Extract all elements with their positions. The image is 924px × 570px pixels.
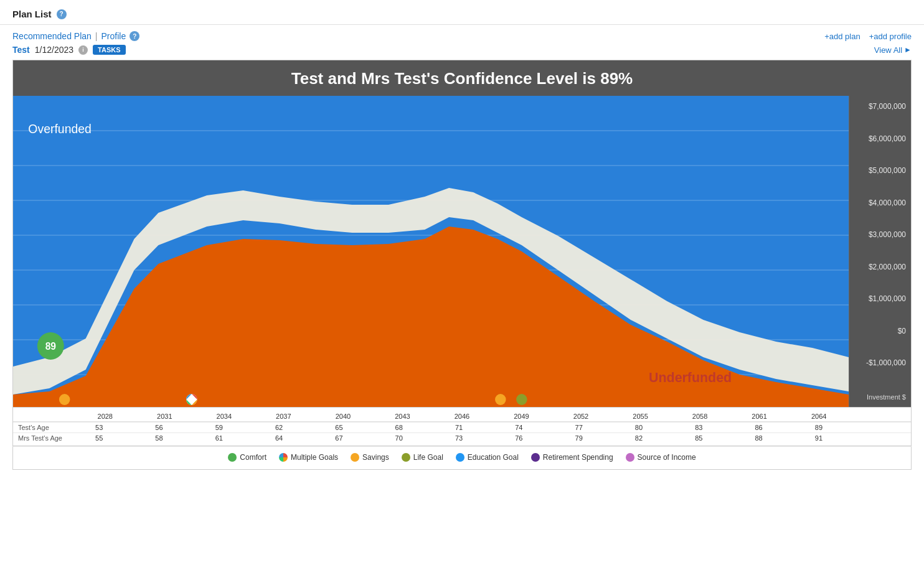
multiple-goals-label: Multiple Goals — [291, 453, 338, 462]
comfort-label: Comfort — [240, 453, 266, 462]
tests-age-71: 71 — [429, 424, 489, 431]
mrs-age-55: 55 — [69, 434, 129, 442]
plan-profile-help-icon[interactable]: ? — [130, 31, 139, 41]
mrs-tests-age-values: 55 58 61 64 67 70 73 76 79 82 85 88 91 — [69, 434, 849, 442]
chart-svg: 89 Overfunded Underfunded — [13, 96, 849, 407]
tests-age-56: 56 — [129, 424, 189, 431]
tests-age-68: 68 — [369, 424, 429, 431]
education-goal-label: Education Goal — [468, 453, 519, 462]
y-label-neg1m: -$1,000,000 — [854, 358, 906, 367]
pipe-separator: | — [95, 31, 98, 41]
year-2043: 2043 — [373, 413, 433, 420]
year-2040: 2040 — [313, 413, 373, 420]
source-of-income-label: Source of Income — [638, 453, 696, 462]
profile-link[interactable]: Profile — [101, 31, 126, 41]
y-label-0: $0 — [854, 327, 906, 335]
plan-header-right: +add plan +add profile — [824, 32, 912, 41]
x-years-row: 2028 2031 2034 2037 2040 2043 2046 2049 … — [13, 410, 911, 422]
legend-savings: Savings — [351, 453, 389, 462]
year-2031: 2031 — [135, 413, 195, 420]
recommended-plan-link[interactable]: Recommended Plan — [12, 31, 92, 41]
legend-life-goal: Life Goal — [402, 453, 443, 462]
tests-age-values: 53 56 59 62 65 68 71 74 77 80 83 86 89 — [69, 424, 849, 431]
legend-row: Comfort Multiple Goals Savings Life Goal… — [12, 446, 912, 470]
retirement-spending-dot-icon — [531, 453, 540, 462]
year-2037: 2037 — [254, 413, 314, 420]
page-title: Plan List — [12, 9, 52, 19]
chart-title: Test and Mrs Test's Confidence Level is … — [291, 69, 633, 88]
savings-dot-icon — [351, 453, 359, 462]
svg-point-17 — [495, 394, 506, 405]
y-label-7m: $7,000,000 — [854, 102, 906, 111]
year-2064: 2064 — [789, 413, 849, 420]
life-goal-label: Life Goal — [413, 453, 443, 462]
mrs-age-67: 67 — [309, 434, 369, 442]
tests-age-62: 62 — [249, 424, 309, 431]
plan-list-help-icon[interactable]: ? — [57, 9, 67, 19]
view-all-link[interactable]: View All ► — [874, 45, 912, 55]
plan-header-row: Recommended Plan | Profile ? +add plan +… — [12, 31, 912, 41]
retirement-spending-label: Retirement Spending — [543, 453, 613, 462]
plan-info-icon[interactable]: i — [78, 45, 88, 55]
page-header: Plan List ? — [0, 0, 924, 25]
mrs-age-61: 61 — [189, 434, 249, 442]
tests-age-65: 65 — [309, 424, 369, 431]
tests-age-59: 59 — [189, 424, 249, 431]
y-label-4m: $4,000,000 — [854, 199, 906, 207]
tests-age-53: 53 — [69, 424, 129, 431]
tests-age-77: 77 — [549, 424, 609, 431]
tests-age-80: 80 — [609, 424, 669, 431]
mrs-age-64: 64 — [249, 434, 309, 442]
y-label-3m: $3,000,000 — [854, 230, 906, 239]
y-label-5m: $5,000,000 — [854, 166, 906, 175]
mrs-age-70: 70 — [369, 434, 429, 442]
year-2028: 2028 — [75, 413, 135, 420]
legend-retirement-spending: Retirement Spending — [531, 453, 613, 462]
legend-education-goal: Education Goal — [456, 453, 519, 462]
y-label-6m: $6,000,000 — [854, 134, 906, 143]
year-2058: 2058 — [670, 413, 730, 420]
year-2046: 2046 — [432, 413, 492, 420]
mrs-age-79: 79 — [549, 434, 609, 442]
mrs-age-73: 73 — [429, 434, 489, 442]
source-of-income-dot-icon — [626, 453, 634, 462]
mrs-age-91: 91 — [789, 434, 849, 442]
year-2049: 2049 — [492, 413, 552, 420]
year-2061: 2061 — [730, 413, 790, 420]
mrs-age-76: 76 — [489, 434, 549, 442]
savings-label: Savings — [362, 453, 389, 462]
svg-text:Overfunded: Overfunded — [28, 122, 92, 136]
tests-age-86: 86 — [728, 424, 788, 431]
y-axis: $7,000,000 $6,000,000 $5,000,000 $4,000,… — [849, 96, 911, 407]
mrs-tests-age-row: Mrs Test's Age 55 58 61 64 67 70 73 76 7… — [13, 432, 911, 443]
tests-age-row: Test's Age 53 56 59 62 65 68 71 74 77 80… — [13, 422, 911, 432]
y-label-1m: $1,000,000 — [854, 294, 906, 303]
y-axis-title: Investment $ — [854, 393, 906, 401]
svg-point-15 — [59, 394, 70, 405]
year-2055: 2055 — [611, 413, 671, 420]
chart-container: Test and Mrs Test's Confidence Level is … — [12, 60, 912, 408]
life-goal-dot-icon — [402, 453, 410, 462]
tests-age-89: 89 — [789, 424, 849, 431]
chart-main: 89 Overfunded Underfunded — [13, 96, 849, 407]
add-plan-button[interactable]: +add plan — [824, 32, 860, 41]
legend-source-of-income: Source of Income — [626, 453, 696, 462]
legend-multiple-goals: Multiple Goals — [279, 453, 338, 462]
x-axis-section: 2028 2031 2034 2037 2040 2043 2046 2049 … — [12, 408, 912, 446]
svg-point-18 — [516, 394, 527, 405]
plan-date: 1/12/2023 — [35, 45, 73, 55]
mrs-age-88: 88 — [728, 434, 788, 442]
tests-age-83: 83 — [669, 424, 728, 431]
plan-sub-left: Test 1/12/2023 i TASKS — [12, 45, 126, 55]
tests-age-label: Test's Age — [13, 424, 69, 431]
tests-age-74: 74 — [489, 424, 549, 431]
plan-name-link[interactable]: Test — [12, 45, 30, 55]
svg-text:Underfunded: Underfunded — [649, 370, 732, 385]
add-profile-button[interactable]: +add profile — [869, 32, 912, 41]
chart-title-bar: Test and Mrs Test's Confidence Level is … — [13, 60, 911, 96]
year-2034: 2034 — [194, 413, 254, 420]
plan-header-left: Recommended Plan | Profile ? — [12, 31, 139, 41]
education-goal-dot-icon — [456, 453, 464, 462]
tasks-badge[interactable]: TASKS — [93, 45, 125, 55]
plan-sub-row: Test 1/12/2023 i TASKS View All ► — [12, 45, 912, 55]
